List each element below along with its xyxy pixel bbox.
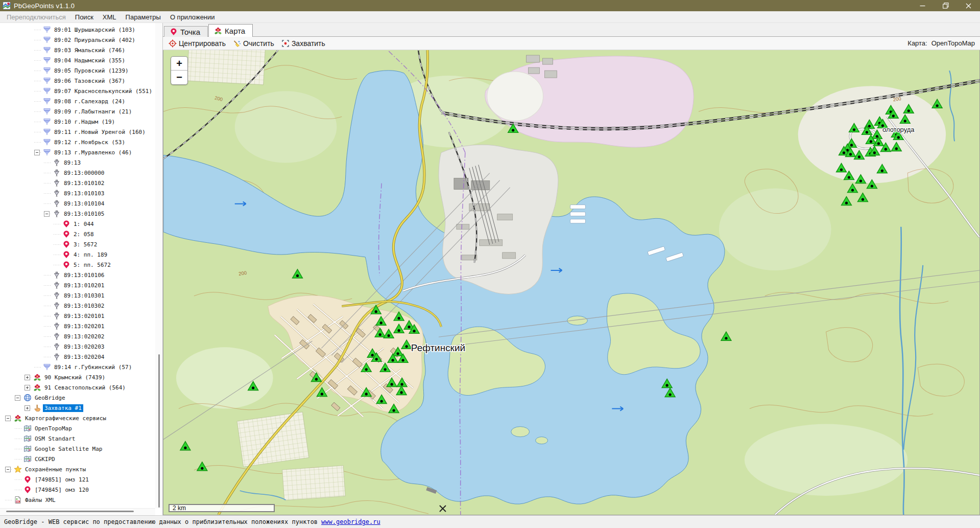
map-canvas[interactable]: Рефтинский олоторуда 200 200 200 + − 2 k…: [163, 50, 980, 515]
tree-item-label[interactable]: 89:14 г.Губкинский (57): [53, 363, 133, 371]
tree-item[interactable]: 89:13:010106: [44, 270, 154, 280]
tree-expand-toggle[interactable]: [25, 405, 33, 411]
tab-map[interactable]: Карта: [208, 24, 253, 37]
restore-button[interactable]: [934, 0, 957, 11]
tree-item[interactable]: 89:10 г.Надым (19): [34, 117, 154, 127]
tree-item-label[interactable]: Google Satellite Map: [33, 445, 104, 453]
tree-item-label[interactable]: OSM Standart: [33, 435, 77, 443]
tree-item[interactable]: 89:11 г.Новый Уренгой (160): [34, 127, 154, 137]
tree-item-label[interactable]: 89:13 г.Муравленко (46): [53, 149, 133, 156]
tree-expand-toggle[interactable]: [25, 375, 33, 380]
tree-item[interactable]: 89:13:010302: [44, 301, 154, 311]
menu-item[interactable]: Поиск: [70, 12, 98, 22]
tree-item-label[interactable]: 90 Крымский (7439): [43, 374, 107, 381]
tree-item[interactable]: GeoBridge: [15, 393, 154, 403]
clear-button[interactable]: Очистить: [229, 38, 278, 49]
tree-item[interactable]: 89:13:010103: [44, 188, 154, 198]
tree-item-label[interactable]: Картографические сервисы: [23, 415, 108, 422]
tree-item[interactable]: 3: 5672: [54, 239, 154, 249]
tree-item-label[interactable]: 89:04 Надымский (355): [53, 57, 127, 64]
tree-item-label[interactable]: 89:13:020203: [62, 343, 106, 351]
center-button[interactable]: Центрировать: [165, 38, 229, 49]
tree-item[interactable]: 89:02 Приуральский (402): [34, 35, 154, 45]
tree-item[interactable]: 89:13:020101: [44, 311, 154, 321]
menu-item[interactable]: Параметры: [121, 12, 165, 22]
zoom-in-button[interactable]: +: [171, 57, 187, 71]
tree-item-label[interactable]: 89:13:010105: [62, 210, 106, 218]
tree-item[interactable]: 89:07 Красноселькупский (551): [34, 86, 154, 96]
tree-item[interactable]: Картографические сервисы: [5, 413, 154, 423]
tree-item-label[interactable]: 89:02 Приуральский (402): [53, 36, 137, 44]
tree-expand-toggle[interactable]: [15, 395, 23, 401]
tree-item[interactable]: 89:13: [44, 157, 154, 168]
tree-item[interactable]: OpenTopoMap: [15, 423, 154, 433]
tree-item[interactable]: 89:08 г.Салехард (24): [34, 96, 154, 106]
tree-item-label[interactable]: 89:13:010201: [62, 282, 106, 289]
tree-item-label[interactable]: 89:06 Тазовский (367): [53, 77, 127, 85]
tree-item-label[interactable]: 89:13:000000: [62, 169, 106, 177]
tree-item[interactable]: [749845] омз 120: [15, 485, 154, 495]
tree-item[interactable]: 89:01 Шурышкарский (103): [34, 25, 154, 35]
tree-item-label[interactable]: 89:13:020204: [62, 353, 106, 361]
tree-item[interactable]: CGKIPD: [15, 454, 154, 464]
tree-item-label[interactable]: [749845] омз 120: [33, 486, 90, 494]
tree-item-label[interactable]: 3: 5672: [72, 241, 99, 248]
tree-item-label[interactable]: 89:05 Пуровский (1239): [53, 67, 130, 75]
tree-item-label[interactable]: 89:13:010302: [62, 302, 106, 310]
tree-item-label[interactable]: 89:13: [62, 159, 82, 167]
tree-item[interactable]: 89:13:010105: [44, 209, 154, 219]
zoom-out-button[interactable]: −: [171, 71, 187, 84]
tree-item[interactable]: 89:13:020203: [44, 341, 154, 352]
tree-item-label[interactable]: GeoBridge: [33, 394, 67, 402]
tree-item-label[interactable]: 89:03 Ямальский (746): [53, 47, 127, 54]
tree-item-label[interactable]: 89:01 Шурышкарский (103): [53, 26, 137, 34]
tree-item[interactable]: 89:13:010102: [44, 178, 154, 188]
tree-item-label[interactable]: 2: 058: [72, 231, 95, 238]
tree-item-label[interactable]: 89:13:010106: [62, 271, 106, 279]
minimize-button[interactable]: [911, 0, 934, 11]
tree-item-label[interactable]: 89:12 г.Ноябрьск (53): [53, 139, 127, 146]
menu-item[interactable]: О приложении: [165, 12, 220, 22]
tree-expand-toggle[interactable]: [5, 467, 14, 472]
tree-item[interactable]: 89:06 Тазовский (367): [34, 76, 154, 86]
tree-item[interactable]: 91 Севастопольский (564): [25, 382, 154, 393]
tree-item[interactable]: 89:13 г.Муравленко (46): [34, 147, 154, 157]
tree-item-label[interactable]: CGKIPD: [33, 455, 57, 463]
tree-item-label[interactable]: 91 Севастопольский (564): [43, 384, 127, 392]
tree-item-label[interactable]: 89:13:020201: [62, 323, 106, 330]
tree-item-label[interactable]: 89:13:010104: [62, 200, 106, 208]
tree-item[interactable]: 89:13:010201: [44, 280, 154, 290]
tree-item-label[interactable]: 89:13:020202: [62, 333, 106, 340]
tree-item-label[interactable]: 89:13:010103: [62, 190, 106, 197]
tree-item[interactable]: 89:13:020201: [44, 321, 154, 331]
tree-item-label[interactable]: 89:09 г.Лабытнанги (21): [53, 108, 133, 116]
tab-point[interactable]: Точка: [164, 26, 208, 37]
tree-item-label[interactable]: 89:13:010102: [62, 179, 106, 187]
tree-expand-toggle[interactable]: [5, 416, 14, 421]
capture-button[interactable]: Захватить: [278, 38, 329, 49]
tree-expand-toggle[interactable]: [44, 211, 53, 217]
tree-item[interactable]: 89:13:010301: [44, 290, 154, 301]
status-link[interactable]: www.geobridge.ru: [321, 518, 380, 525]
tree-item-label[interactable]: OpenTopoMap: [33, 425, 74, 432]
tree-item-label[interactable]: 89:13:010301: [62, 292, 106, 300]
tree-item-label[interactable]: Захватка #1: [43, 404, 83, 412]
tree-item[interactable]: 89:04 Надымский (355): [34, 55, 154, 65]
tree-item[interactable]: 89:09 г.Лабытнанги (21): [34, 106, 154, 117]
tree-item-label[interactable]: 89:13:020101: [62, 312, 106, 320]
tree-item-label[interactable]: 89:07 Красноселькупский (551): [53, 87, 154, 95]
tree-item-label[interactable]: Сохранённые пункты: [23, 466, 87, 473]
tree-item[interactable]: 89:13:020202: [44, 331, 154, 341]
tree-item[interactable]: 89:13:020204: [44, 352, 154, 362]
tree-item-label[interactable]: Файлы XML: [23, 496, 57, 504]
tree-item[interactable]: [749851] омз 121: [15, 474, 154, 485]
tree-expand-toggle[interactable]: [25, 385, 33, 391]
tree-item-label[interactable]: 89:08 г.Салехард (24): [53, 98, 127, 105]
tree-item-label[interactable]: 5: пп. 5672: [72, 261, 112, 269]
tree-hscroll-thumb[interactable]: [6, 511, 134, 512]
tree-item[interactable]: 1: 044: [54, 219, 154, 229]
tree-item-label[interactable]: 89:10 г.Надым (19): [53, 118, 116, 126]
tree-item[interactable]: 89:13:000000: [44, 168, 154, 178]
tree-item[interactable]: OSM Standart: [15, 433, 154, 444]
tree-item[interactable]: 5: пп. 5672: [54, 260, 154, 270]
